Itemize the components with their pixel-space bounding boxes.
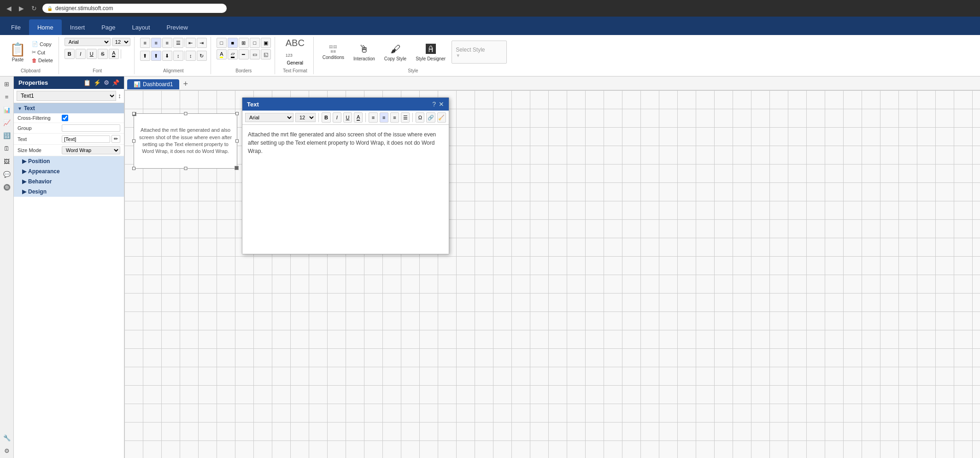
paste-button[interactable]: 📋 Paste <box>6 40 29 64</box>
properties-icon-1[interactable]: 📋 <box>83 79 91 86</box>
tab-layout[interactable]: Layout <box>124 19 158 35</box>
handle-tm[interactable] <box>184 112 187 115</box>
back-button[interactable]: ◀ <box>5 3 13 14</box>
font-color-button[interactable]: A <box>109 49 119 59</box>
text-dialog-help-button[interactable]: ? <box>432 100 436 108</box>
line-spacing-button[interactable]: ↕ <box>186 51 196 61</box>
dialog-font-color-button[interactable]: A <box>354 112 363 123</box>
tab-page[interactable]: Page <box>93 19 123 35</box>
dialog-font-select[interactable]: Arial <box>245 113 293 122</box>
behavior-section[interactable]: ▶ Behavior <box>14 176 124 187</box>
sidebar-icon-8[interactable]: 💬 <box>1 169 12 180</box>
dialog-clear-button[interactable]: 🧹 <box>437 112 446 123</box>
indent-increase-button[interactable]: ⇥ <box>197 38 207 48</box>
size-mode-select[interactable]: Word Wrap <box>62 146 120 154</box>
tab-preview[interactable]: Preview <box>158 19 196 35</box>
valign-bottom-button[interactable]: ⬇ <box>162 51 172 61</box>
font-size-select[interactable]: 12 <box>112 38 130 46</box>
forward-button[interactable]: ▶ <box>17 3 26 14</box>
copy-style-button[interactable]: 🖌 Copy Style <box>381 41 410 63</box>
sidebar-icon-9[interactable]: 🔘 <box>1 182 12 193</box>
italic-button[interactable]: I <box>76 49 86 59</box>
align-center-button[interactable]: ≡ <box>151 38 161 48</box>
tab-home[interactable]: Home <box>29 19 62 35</box>
strikethrough-button[interactable]: S <box>98 49 108 59</box>
border-outer-button[interactable]: □ <box>217 38 227 48</box>
handle-bl[interactable] <box>132 167 135 170</box>
text-dialog-close-button[interactable]: ✕ <box>439 100 444 108</box>
handle-ml[interactable] <box>132 140 135 143</box>
sidebar-icon-1[interactable]: ⊞ <box>1 78 12 89</box>
interaction-button[interactable]: 🖱 Interaction <box>350 41 378 63</box>
sort-button[interactable]: ↕ <box>118 92 121 100</box>
text-direction-button[interactable]: ↻ <box>197 51 207 61</box>
appearance-section[interactable]: ▶ Appearance <box>14 166 124 176</box>
fill-color-button[interactable]: A <box>217 49 227 59</box>
sidebar-icon-2[interactable]: ≡ <box>1 91 12 102</box>
valign-middle-button[interactable]: ⬆ <box>151 51 161 61</box>
cut-button[interactable]: ✂ Cut <box>30 48 55 56</box>
valign-justify-button[interactable]: ↕ <box>173 51 183 61</box>
sidebar-icon-3[interactable]: 📊 <box>1 104 12 115</box>
properties-icon-3[interactable]: ⚙ <box>104 79 109 86</box>
handle-bm[interactable] <box>184 167 187 170</box>
properties-icon-2[interactable]: ⚡ <box>94 79 101 86</box>
handle-mr[interactable] <box>235 140 239 143</box>
text-edit-button[interactable]: ✏ <box>111 135 120 143</box>
add-tab-button[interactable]: + <box>180 78 191 90</box>
border-dropdown-button[interactable]: ▭ <box>250 49 260 59</box>
select-style-area[interactable]: Select Style ▼ <box>452 41 507 64</box>
border-style-button[interactable]: ━ <box>239 49 249 59</box>
dashboard-tab[interactable]: 📊 Dashboard1 <box>127 79 179 89</box>
valign-top-button[interactable]: ⬆ <box>140 51 150 61</box>
dialog-align-center-button[interactable]: ≡ <box>380 112 388 123</box>
properties-icon-4[interactable]: 📌 <box>112 79 119 86</box>
font-family-select[interactable]: Arial <box>65 38 111 46</box>
handle-tl[interactable] <box>132 112 135 115</box>
corners-button[interactable]: ◱ <box>261 49 271 59</box>
text-input[interactable] <box>62 135 110 143</box>
tab-insert[interactable]: Insert <box>62 19 94 35</box>
border-fill-button[interactable]: ■ <box>228 38 238 48</box>
refresh-button[interactable]: ↻ <box>29 3 39 14</box>
sidebar-icon-5[interactable]: 🔢 <box>1 130 12 141</box>
position-section[interactable]: ▶ Position <box>14 156 124 166</box>
border-color-button[interactable]: ▱ <box>228 49 238 59</box>
dialog-size-select[interactable]: 12 <box>295 113 316 122</box>
dialog-italic-button[interactable]: I <box>333 112 341 123</box>
text-dialog-content[interactable]: Attached the mrt file generated and also… <box>242 125 449 254</box>
border-all-button[interactable]: ⊞ <box>239 38 249 48</box>
border-none-button[interactable]: □ <box>250 38 260 48</box>
element-selector[interactable]: Text1 <box>17 91 116 101</box>
sidebar-icon-6[interactable]: 🗓 <box>1 143 12 154</box>
text-section-header[interactable]: ▼ Text <box>14 103 124 113</box>
sidebar-icon-settings[interactable]: ⚙ <box>1 445 12 456</box>
indent-decrease-button[interactable]: ⇤ <box>186 38 196 48</box>
address-bar[interactable]: 🔒 designer.stimulsoft.com <box>42 4 227 13</box>
handle-tr[interactable] <box>235 112 239 115</box>
bold-button[interactable]: B <box>65 49 75 59</box>
sidebar-icon-tools[interactable]: 🔧 <box>1 432 12 443</box>
tab-file[interactable]: File <box>3 19 29 35</box>
style-designer-button[interactable]: 🅰 Style Designer <box>412 41 449 63</box>
cross-filtering-checkbox[interactable] <box>62 115 68 121</box>
text-element[interactable]: Attached the mrt file generated and also… <box>134 113 237 169</box>
dialog-symbol-button[interactable]: Ω <box>416 112 424 123</box>
dialog-align-right-button[interactable]: ≡ <box>390 112 399 123</box>
align-left-button[interactable]: ≡ <box>140 38 150 48</box>
handle-br[interactable] <box>235 167 239 170</box>
group-input[interactable] <box>62 124 120 132</box>
design-section[interactable]: ▶ Design <box>14 187 124 197</box>
dialog-bold-button[interactable]: B <box>322 112 330 123</box>
dialog-align-left-button[interactable]: ≡ <box>369 112 377 123</box>
sidebar-icon-4[interactable]: 📈 <box>1 117 12 128</box>
conditions-button[interactable]: ▤▤ ≡≡ Conditions <box>319 42 347 62</box>
underline-button[interactable]: U <box>87 49 97 59</box>
border-5-button[interactable]: ▣ <box>261 38 271 48</box>
dialog-underline-button[interactable]: U <box>343 112 352 123</box>
sidebar-icon-7[interactable]: 🖼 <box>1 156 12 167</box>
delete-button[interactable]: 🗑 Delete <box>30 57 55 64</box>
align-right-button[interactable]: ≡ <box>162 38 172 48</box>
dialog-align-justify-button[interactable]: ☰ <box>401 112 410 123</box>
dialog-link-button[interactable]: 🔗 <box>426 112 435 123</box>
